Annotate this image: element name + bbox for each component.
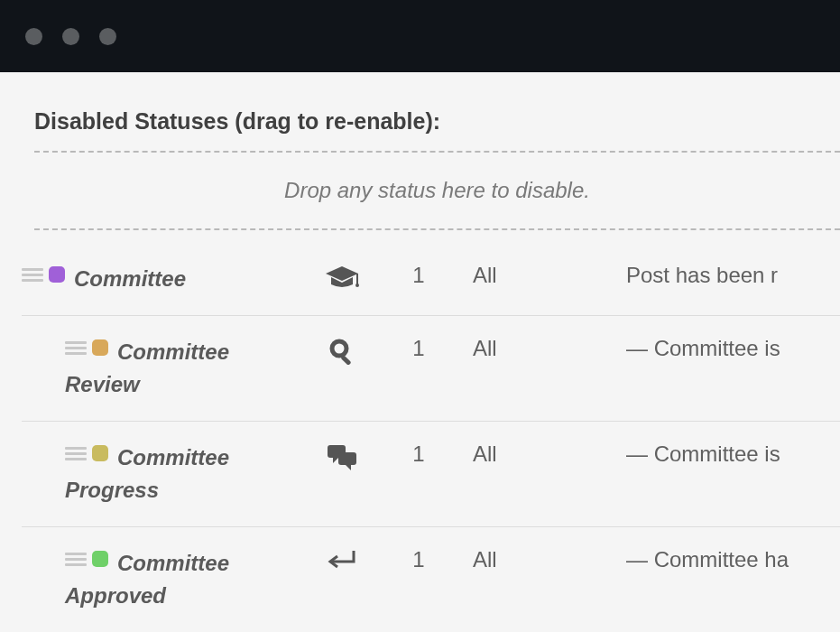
status-list: Committee 1 All Post has been r Comm xyxy=(22,243,840,632)
status-count: 1 xyxy=(383,336,455,361)
svg-rect-0 xyxy=(356,274,358,284)
status-description: — Committee is xyxy=(590,336,840,361)
status-scope: All xyxy=(455,547,590,572)
return-icon xyxy=(301,549,383,571)
status-count: 1 xyxy=(383,547,455,572)
drop-zone-text: Drop any status here to disable. xyxy=(284,178,590,202)
status-name: Committee Progress xyxy=(65,441,301,507)
svg-rect-5 xyxy=(338,452,356,465)
status-name: Committee Approved xyxy=(65,547,301,612)
graduation-cap-icon xyxy=(301,265,383,292)
window-close-dot[interactable] xyxy=(25,28,42,45)
status-name: Committee xyxy=(74,263,186,295)
disabled-drop-zone[interactable]: Drop any status here to disable. xyxy=(34,151,840,230)
status-row[interactable]: Committee Approved 1 All — Committee ha xyxy=(22,527,840,632)
search-icon xyxy=(301,338,383,365)
status-row[interactable]: Committee 1 All Post has been r xyxy=(22,243,840,316)
status-count: 1 xyxy=(383,263,455,288)
status-row[interactable]: Committee Progress 1 All — Committee is xyxy=(22,422,840,527)
color-swatch xyxy=(49,266,65,283)
section-title: Disabled Statuses (drag to re-enable): xyxy=(22,72,840,151)
status-name: Committee Review xyxy=(65,336,301,401)
status-scope: All xyxy=(455,441,590,467)
chat-icon xyxy=(301,443,383,470)
window-zoom-dot[interactable] xyxy=(99,28,116,45)
titlebar xyxy=(0,0,840,72)
status-description: — Committee ha xyxy=(590,547,840,572)
status-description: Post has been r xyxy=(590,263,840,288)
status-description: — Committee is xyxy=(590,441,840,467)
svg-point-2 xyxy=(332,341,346,356)
window-minimize-dot[interactable] xyxy=(62,28,79,45)
svg-point-1 xyxy=(355,283,359,287)
drag-handle[interactable] xyxy=(22,268,49,282)
main-content: Disabled Statuses (drag to re-enable): D… xyxy=(0,72,840,632)
status-count: 1 xyxy=(383,441,455,467)
status-scope: All xyxy=(455,263,590,288)
status-row[interactable]: Committee Review 1 All — Committee is xyxy=(22,316,840,422)
status-scope: All xyxy=(455,336,590,361)
